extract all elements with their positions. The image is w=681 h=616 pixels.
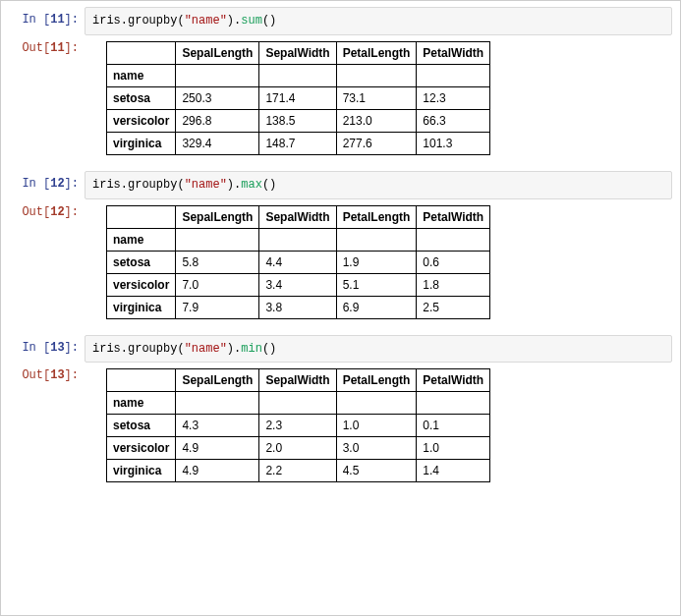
input-prompt: In [13]: — [1, 335, 85, 357]
table-header-row: SepalLength SepalWidth PetalLength Petal… — [107, 205, 490, 228]
output-row: Out[11]: SepalLength SepalWidth PetalLen… — [1, 35, 680, 155]
table-row: virginica329.4148.7277.6101.3 — [107, 132, 490, 154]
output-prompt: Out[13]: — [1, 363, 85, 384]
code-input[interactable]: iris.groupby("name").max() — [85, 171, 672, 199]
input-row: In [13]: iris.groupby("name").min() — [1, 335, 680, 364]
code-content: iris.groupby("name").max() — [85, 171, 672, 199]
dataframe-table: SepalLength SepalWidth PetalLength Petal… — [106, 205, 490, 319]
table-row: versicolor4.92.03.01.0 — [107, 437, 490, 460]
input-prompt: In [12]: — [1, 171, 85, 193]
table-header-row: SepalLength SepalWidth PetalLength Petal… — [107, 41, 490, 64]
output-area: SepalLength SepalWidth PetalLength Petal… — [85, 35, 680, 155]
input-row: In [12]: iris.groupby("name").max() — [1, 171, 680, 199]
notebook: In [11]: iris.groupby("name").sum() Out[… — [0, 0, 681, 616]
input-prompt: In [11]: — [1, 7, 85, 28]
code-input[interactable]: iris.groupby("name").min() — [85, 335, 672, 364]
table-index-name-row: name — [107, 392, 490, 415]
notebook-cell: In [12]: iris.groupby("name").max() Out[… — [1, 165, 680, 329]
output-area: SepalLength SepalWidth PetalLength Petal… — [85, 363, 680, 482]
output-area: SepalLength SepalWidth PetalLength Petal… — [85, 199, 680, 319]
table-row: virginica4.92.24.51.4 — [107, 460, 490, 482]
table-row: versicolor7.03.45.11.8 — [107, 273, 490, 296]
output-prompt: Out[12]: — [1, 199, 85, 221]
dataframe-table: SepalLength SepalWidth PetalLength Petal… — [106, 41, 490, 155]
table-row: versicolor296.8138.5213.066.3 — [107, 109, 490, 132]
code-content: iris.groupby("name").min() — [85, 335, 672, 364]
output-row: Out[12]: SepalLength SepalWidth PetalLen… — [1, 199, 680, 319]
notebook-cell: In [13]: iris.groupby("name").min() Out[… — [1, 329, 680, 493]
table-header-row: SepalLength SepalWidth PetalLength Petal… — [107, 369, 490, 392]
table-row: setosa4.32.31.00.1 — [107, 415, 490, 437]
code-content: iris.groupby("name").sum() — [85, 7, 672, 35]
table-index-name-row: name — [107, 228, 490, 251]
notebook-cell: In [11]: iris.groupby("name").sum() Out[… — [1, 1, 680, 165]
table-index-name-row: name — [107, 64, 490, 86]
table-row: virginica7.93.86.92.5 — [107, 296, 490, 318]
code-input[interactable]: iris.groupby("name").sum() — [85, 7, 672, 35]
output-prompt: Out[11]: — [1, 35, 85, 57]
table-row: setosa5.84.41.90.6 — [107, 251, 490, 273]
output-row: Out[13]: SepalLength SepalWidth PetalLen… — [1, 363, 680, 482]
dataframe-table: SepalLength SepalWidth PetalLength Petal… — [106, 368, 490, 482]
input-row: In [11]: iris.groupby("name").sum() — [1, 7, 680, 35]
table-row: setosa250.3171.473.112.3 — [107, 86, 490, 109]
